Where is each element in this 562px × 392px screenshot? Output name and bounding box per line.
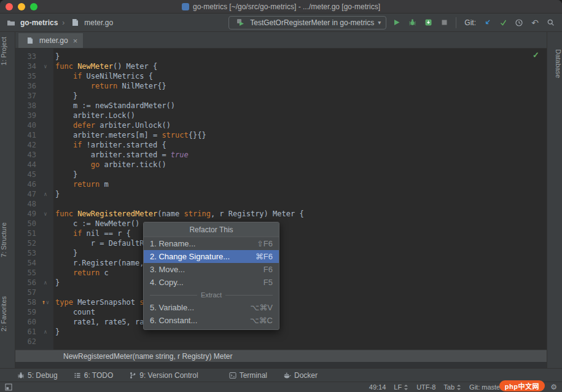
editor-tab-meter-go[interactable]: meter.go × xyxy=(18,33,83,48)
code-text: } xyxy=(52,189,60,199)
run-with-coverage-button[interactable] xyxy=(422,17,434,29)
code-line[interactable]: 41 arbiter.meters[m] = struct{}{} xyxy=(15,130,547,140)
code-line[interactable]: 59 count xyxy=(15,307,547,317)
code-line[interactable]: 46 return m xyxy=(15,179,547,189)
code-line[interactable]: 56∧} xyxy=(15,278,547,288)
fold-icon[interactable]: ∧ xyxy=(44,192,47,197)
code-line[interactable]: 43 arbiter.started = true xyxy=(15,150,547,160)
toolwindow-button-todo[interactable]: 6: TODO xyxy=(74,371,114,380)
toolwindow-button-label: Terminal xyxy=(240,371,267,380)
code-line[interactable]: 51 if nil == r { xyxy=(15,229,547,238)
indent-select[interactable]: Tab xyxy=(443,383,461,391)
code-line[interactable]: 54 r.Register(name, c) xyxy=(15,258,547,268)
line-number: 43 xyxy=(15,150,39,160)
zoom-window-button[interactable] xyxy=(30,3,37,10)
code-line[interactable]: 34∨func NewMeter() Meter { xyxy=(15,61,547,71)
vcs-icon xyxy=(129,372,136,379)
debug-button[interactable] xyxy=(406,17,418,29)
popup-title: Refactor This xyxy=(144,222,279,237)
code-line[interactable]: 53 } xyxy=(15,248,547,258)
line-number: 55 xyxy=(15,268,39,278)
search-everywhere-button[interactable] xyxy=(545,17,557,29)
popup-item[interactable]: 2. Change Signature...⌘F6 xyxy=(144,250,279,263)
popup-item[interactable]: 5. Variable...⌥⌘V xyxy=(144,301,279,314)
code-line[interactable]: 39 arbiter.Lock() xyxy=(15,111,547,120)
gear-icon[interactable]: ⚙ xyxy=(550,383,557,391)
code-line[interactable]: 48 xyxy=(15,199,547,209)
code-text: if nil == r { xyxy=(52,229,131,238)
code-line[interactable]: 44 go arbiter.tick() xyxy=(15,160,547,170)
toolwindow-button-debug[interactable]: 5: Debug xyxy=(17,371,58,380)
popup-item[interactable]: 1. Rename...⇧F6 xyxy=(144,237,279,250)
popup-item[interactable]: 6. Constant...⌥⌘C xyxy=(144,314,279,327)
line-number: 38 xyxy=(15,101,39,111)
line-number: 51 xyxy=(15,229,39,238)
code-line[interactable]: 38 m := newStandardMeter() xyxy=(15,101,547,111)
code-line[interactable]: 47∧} xyxy=(15,189,547,199)
history-button[interactable] xyxy=(513,17,525,29)
code-line[interactable]: 50 c := NewMeter() xyxy=(15,219,547,229)
traffic-lights xyxy=(6,3,37,10)
code-line[interactable]: 55 return c xyxy=(15,268,547,278)
minimize-window-button[interactable] xyxy=(18,3,25,10)
navbar: go-metrics › meter.go TestGetOrRegisterM… xyxy=(0,14,562,32)
git-label: Git: xyxy=(464,18,476,27)
code-line[interactable]: 62 xyxy=(15,337,547,347)
git-commit-button[interactable] xyxy=(497,17,509,29)
toolwindow-button-docker[interactable]: Docker xyxy=(283,371,318,380)
run-button[interactable] xyxy=(390,17,402,29)
code-line[interactable]: 61∧} xyxy=(15,327,547,337)
stop-button[interactable] xyxy=(438,17,450,29)
close-tab-icon[interactable]: × xyxy=(73,37,78,45)
popup-item[interactable]: 4. Copy...F5 xyxy=(144,276,279,289)
run-configuration-select[interactable]: TestGetOrRegisterMeter in go-metrics ▾ xyxy=(228,16,386,29)
line-number: 44 xyxy=(15,160,39,170)
code-text xyxy=(52,199,55,209)
code-text: if !arbiter.started { xyxy=(52,140,166,150)
toolwindow-button-version-control[interactable]: 9: Version Control xyxy=(129,371,198,380)
fold-icon[interactable]: ∧ xyxy=(44,329,47,335)
git-update-button[interactable] xyxy=(481,17,493,29)
code-line[interactable]: 45 } xyxy=(15,170,547,179)
breadcrumb-file[interactable]: meter.go xyxy=(69,17,113,29)
code-line[interactable]: 60 rate1, rate5, rate15 xyxy=(15,317,547,327)
fold-icon[interactable]: ∨ xyxy=(46,300,49,305)
encoding-select[interactable]: UTF-8 xyxy=(416,383,435,391)
folder-icon xyxy=(5,17,17,29)
breadcrumb-project[interactable]: go-metrics xyxy=(5,17,58,29)
code-editor[interactable]: 33}34∨func NewMeter() Meter {35 if UseNi… xyxy=(15,49,547,350)
context-signature-bar: NewRegisteredMeter(name string, r Regist… xyxy=(15,350,547,362)
inspection-status-icon[interactable]: ✓ xyxy=(533,50,539,60)
line-number: 57 xyxy=(15,288,39,297)
rollback-button[interactable]: ↶ xyxy=(529,17,541,29)
code-text: arbiter.Lock() xyxy=(52,111,135,120)
fold-icon[interactable]: ∨ xyxy=(44,211,47,217)
code-line[interactable]: 40 defer arbiter.Unlock() xyxy=(15,120,547,130)
code-line[interactable]: 57 xyxy=(15,288,547,297)
code-text: arbiter.started = true xyxy=(52,150,189,160)
fold-icon[interactable]: ∨ xyxy=(44,64,47,69)
toolwindow-button-database[interactable]: Database xyxy=(547,49,562,78)
close-window-button[interactable] xyxy=(6,3,13,10)
code-line[interactable]: 52 r = DefaultRegistry xyxy=(15,238,547,248)
code-text: r.Register(name, c) xyxy=(52,258,157,268)
toolwindow-switcher-icon[interactable] xyxy=(5,383,12,391)
caret-position[interactable]: 49:14 xyxy=(369,383,386,391)
code-line[interactable]: 58↑∨type MeterSnapshot struct { xyxy=(15,297,547,307)
code-text: if UseNilMetrics { xyxy=(52,71,153,81)
code-line[interactable]: 42 if !arbiter.started { xyxy=(15,140,547,150)
code-line[interactable]: 49∨func NewRegisteredMeter(name string, … xyxy=(15,209,547,219)
popup-item[interactable]: 3. Move...F6 xyxy=(144,263,279,276)
toolwindow-button-label: 9: Version Control xyxy=(139,371,198,380)
toolwindow-button-terminal[interactable]: Terminal xyxy=(229,371,267,380)
toolwindow-button-project[interactable]: 1: Project xyxy=(0,37,15,65)
code-line[interactable]: 37 } xyxy=(15,91,547,101)
toolwindow-button-favorites[interactable]: 2: Favorites xyxy=(0,296,15,331)
code-line[interactable]: 36 return NilMeter{} xyxy=(15,81,547,91)
toolwindow-button-structure[interactable]: 7: Structure xyxy=(0,222,15,257)
watermark: php中文网 xyxy=(499,380,545,391)
fold-icon[interactable]: ∧ xyxy=(44,280,47,286)
code-line[interactable]: 33} xyxy=(15,52,547,61)
line-separator-select[interactable]: LF xyxy=(394,383,408,391)
code-line[interactable]: 35 if UseNilMetrics { xyxy=(15,71,547,81)
